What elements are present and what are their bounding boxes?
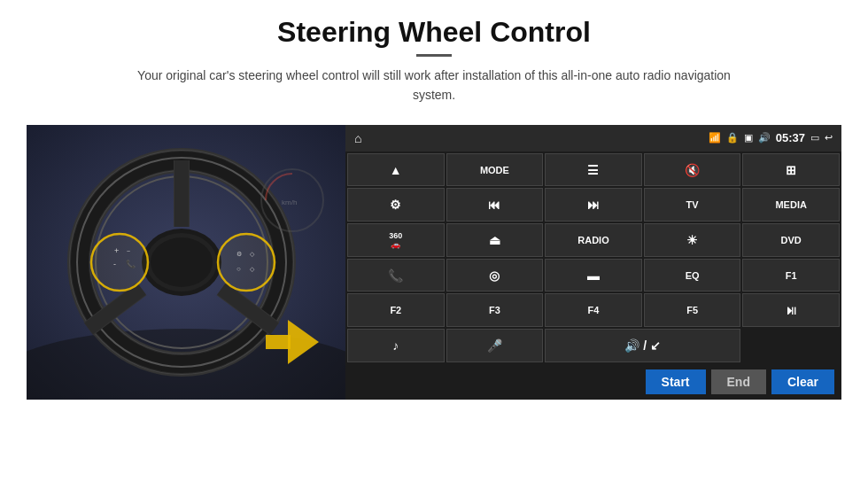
svg-text:⚙: ⚙ (236, 251, 242, 257)
car-ui-panel: ⌂ 📶 🔒 ▣ 🔊 05:37 ▭ ↩ ▲ MODE ☰ 🔇 (345, 125, 841, 400)
page-title: Steering Wheel Control (115, 16, 753, 49)
svg-text:-: - (113, 260, 116, 268)
svg-text:+: + (114, 246, 119, 255)
nav2-btn[interactable]: ◎ (446, 259, 544, 292)
status-time: 05:37 (776, 131, 805, 144)
media-btn[interactable]: MEDIA (742, 188, 840, 222)
wifi-icon: 📶 (709, 132, 721, 144)
svg-text:km/h: km/h (282, 198, 297, 206)
radio-btn[interactable]: RADIO (545, 223, 642, 257)
lock-icon: 🔒 (726, 132, 739, 144)
next-btn[interactable]: ⏭ (545, 188, 642, 222)
navigate-btn[interactable]: ▲ (347, 153, 445, 187)
subtitle-text: Your original car's steering wheel contr… (115, 66, 753, 105)
empty-btn (742, 329, 840, 362)
prev-btn[interactable]: ⏮ (446, 188, 544, 222)
dvd-btn[interactable]: DVD (742, 223, 840, 257)
bottom-bar: Start End Clear (345, 364, 841, 400)
content-area: + ~ - 📞 ⚙ ◇ ○ ◇ km/h (27, 125, 841, 400)
bt-icon: 🔊 (758, 132, 771, 144)
clear-button[interactable]: Clear (771, 369, 834, 394)
screen-btn[interactable]: ▬ (545, 259, 642, 292)
playpause-btn[interactable]: ⏯ (742, 293, 840, 327)
eject-btn[interactable]: ⏏ (446, 223, 544, 257)
f3-btn[interactable]: F3 (446, 293, 544, 327)
apps-btn[interactable]: ⊞ (742, 153, 840, 187)
steering-wheel-image: + ~ - 📞 ⚙ ◇ ○ ◇ km/h (27, 125, 345, 400)
title-divider (416, 54, 452, 57)
music-btn[interactable]: ♪ (347, 329, 445, 362)
status-left: ⌂ (354, 131, 361, 145)
phone-btn[interactable]: 📞 (347, 259, 445, 292)
360-btn[interactable]: 360🚗 (347, 223, 445, 257)
svg-text:📞: 📞 (126, 259, 136, 269)
svg-text:○: ○ (236, 265, 241, 273)
mode-btn[interactable]: MODE (446, 153, 544, 187)
svg-point-20 (218, 234, 275, 291)
title-section: Steering Wheel Control Your original car… (115, 16, 753, 118)
mute-btn[interactable]: 🔇 (644, 153, 741, 187)
f2-btn[interactable]: F2 (347, 293, 445, 327)
screen-icon: ▭ (810, 132, 819, 144)
svg-point-18 (91, 234, 148, 291)
svg-text:~: ~ (127, 248, 130, 254)
sd-icon: ▣ (744, 132, 753, 144)
tv-btn[interactable]: TV (644, 188, 741, 222)
end-button[interactable]: End (711, 369, 766, 394)
f4-btn[interactable]: F4 (545, 293, 642, 327)
brightness-btn[interactable]: ☀ (644, 223, 741, 257)
mic-btn[interactable]: 🎤 (446, 329, 544, 362)
back-icon[interactable]: ↩ (825, 132, 833, 144)
f1-btn[interactable]: F1 (742, 259, 840, 292)
settings-btn[interactable]: ⚙ (347, 188, 445, 222)
vol-btn[interactable]: 🔊 / ↙ (545, 329, 740, 362)
f5-btn[interactable]: F5 (644, 293, 741, 327)
status-right: 📶 🔒 ▣ 🔊 05:37 ▭ ↩ (709, 131, 833, 144)
list-btn[interactable]: ☰ (545, 153, 642, 187)
svg-point-16 (151, 237, 213, 287)
status-bar: ⌂ 📶 🔒 ▣ 🔊 05:37 ▭ ↩ (345, 125, 841, 152)
page-wrapper: Steering Wheel Control Your original car… (0, 0, 868, 482)
home-icon[interactable]: ⌂ (354, 131, 361, 145)
button-grid: ▲ MODE ☰ 🔇 ⊞ ⚙ ⏮ ⏭ TV MEDIA 360🚗 ⏏ RADIO… (345, 152, 841, 364)
svg-rect-30 (266, 335, 291, 349)
eq-btn[interactable]: EQ (644, 259, 741, 292)
start-button[interactable]: Start (646, 369, 706, 394)
